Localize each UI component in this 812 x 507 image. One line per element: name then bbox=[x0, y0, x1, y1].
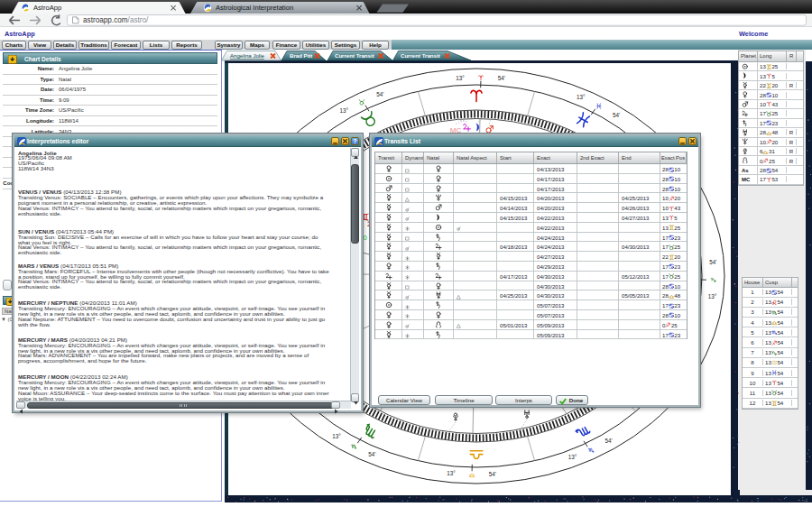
svg-text:13°: 13° bbox=[332, 433, 341, 439]
svg-text:Brad Pitt: Brad Pitt bbox=[290, 52, 312, 59]
svg-text:13°: 13° bbox=[456, 75, 465, 81]
svg-text:54': 54' bbox=[613, 112, 620, 118]
svg-text:13°: 13° bbox=[340, 107, 349, 114]
svg-text:54': 54' bbox=[605, 438, 613, 444]
svg-text:?: ? bbox=[353, 138, 356, 144]
svg-text:54': 54' bbox=[376, 91, 383, 97]
svg-text:13°: 13° bbox=[708, 293, 717, 300]
svg-text:Current Transit: Current Transit bbox=[401, 52, 440, 59]
svg-text:54': 54' bbox=[489, 471, 496, 477]
svg-text:54': 54' bbox=[498, 75, 505, 81]
svg-text:13°: 13° bbox=[568, 454, 577, 460]
svg-text:54': 54' bbox=[709, 259, 716, 265]
svg-text:Current Transit: Current Transit bbox=[335, 52, 374, 59]
svg-text:13°: 13° bbox=[447, 470, 456, 476]
svg-text:13°: 13° bbox=[577, 94, 586, 100]
svg-text:Angelina Jolie: Angelina Jolie bbox=[230, 52, 265, 59]
svg-text:54': 54' bbox=[368, 451, 375, 457]
